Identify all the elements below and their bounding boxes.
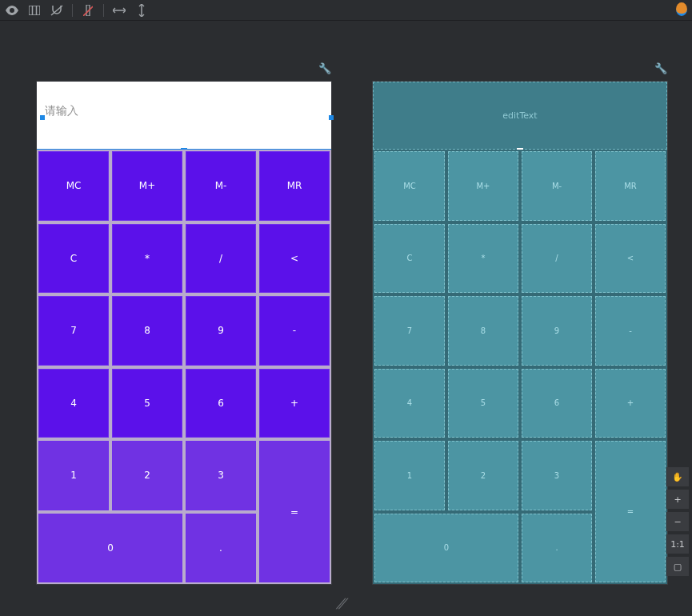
button-3[interactable]: 3 xyxy=(186,441,256,510)
bp-button-plus[interactable]: + xyxy=(595,369,666,438)
blueprint-surface: 🔧 editText MC M+ M- MR C * / < 7 8 9 - 4… xyxy=(372,81,668,585)
toolbar-separator-1 xyxy=(72,4,73,17)
eye-icon[interactable] xyxy=(5,3,19,18)
bp-button-0[interactable]: 0 xyxy=(374,514,518,583)
button-1[interactable]: 1 xyxy=(38,441,109,510)
blueprint-edit-text[interactable]: editText xyxy=(373,82,667,150)
button-6[interactable]: 6 xyxy=(186,369,256,438)
warnings-indicator-icon[interactable] xyxy=(676,2,687,16)
bp-button-div[interactable]: / xyxy=(522,224,592,294)
svg-rect-0 xyxy=(29,6,40,15)
bp-button-3[interactable]: 3 xyxy=(522,441,592,510)
design-surface: 🔧 请输入 MC M+ M- MR C * / < 7 8 9 - 4 5 6 … xyxy=(36,81,332,585)
button-4[interactable]: 4 xyxy=(38,369,109,438)
no-magnet-icon[interactable] xyxy=(50,3,64,18)
layout-columns-icon[interactable] xyxy=(27,3,42,18)
selection-handle-left[interactable] xyxy=(40,115,45,120)
svg-line-5 xyxy=(83,6,93,16)
zoom-fit-button[interactable]: ▢ xyxy=(666,557,689,576)
bp-button-dot[interactable]: . xyxy=(522,514,592,583)
calculator-grid: MC M+ M- MR C * / < 7 8 9 - 4 5 6 + 1 2 … xyxy=(37,150,331,584)
bp-button-4[interactable]: 4 xyxy=(374,369,445,438)
ide-toolbar xyxy=(0,0,692,21)
button-8[interactable]: 8 xyxy=(112,296,182,366)
button-mminus[interactable]: M- xyxy=(186,151,256,221)
panel-resize-handle-icon[interactable]: ⁄⁄ xyxy=(338,595,343,612)
bp-button-7[interactable]: 7 xyxy=(374,296,445,366)
button-0[interactable]: 0 xyxy=(38,514,182,583)
button-c[interactable]: C xyxy=(38,224,109,294)
button-equals[interactable]: = xyxy=(259,441,330,582)
toolbar-separator-2 xyxy=(103,4,104,17)
button-mplus[interactable]: M+ xyxy=(112,151,182,221)
bp-button-6[interactable]: 6 xyxy=(522,369,592,438)
button-dot[interactable]: . xyxy=(186,514,256,583)
bp-button-mult[interactable]: * xyxy=(448,224,518,294)
bp-button-mc[interactable]: MC xyxy=(374,151,445,221)
button-plus[interactable]: + xyxy=(259,369,330,438)
wrench-icon[interactable]: 🔧 xyxy=(318,62,331,74)
button-minus[interactable]: - xyxy=(259,296,330,366)
zoom-in-button[interactable]: + xyxy=(666,490,689,509)
button-mr[interactable]: MR xyxy=(259,151,330,221)
layout-editor-canvas: 🔧 请输入 MC M+ M- MR C * / < 7 8 9 - 4 5 6 … xyxy=(0,21,692,616)
pan-button[interactable]: ✋ xyxy=(666,467,689,486)
button-back[interactable]: < xyxy=(259,224,330,294)
bp-button-mplus[interactable]: M+ xyxy=(448,151,518,221)
button-mc[interactable]: MC xyxy=(38,151,109,221)
zoom-out-button[interactable]: − xyxy=(666,512,689,531)
bp-button-5[interactable]: 5 xyxy=(448,369,518,438)
button-9[interactable]: 9 xyxy=(186,296,256,366)
bp-button-mminus[interactable]: M- xyxy=(522,151,592,221)
bp-button-minus[interactable]: - xyxy=(595,296,666,366)
zoom-tool-strip: ✋ + − 1:1 ▢ xyxy=(666,467,689,576)
bp-button-9[interactable]: 9 xyxy=(522,296,592,366)
bp-button-2[interactable]: 2 xyxy=(448,441,518,510)
bp-button-mr[interactable]: MR xyxy=(595,151,666,221)
edit-text-hint: 请输入 xyxy=(45,104,78,118)
bp-button-equals[interactable]: = xyxy=(595,441,666,582)
button-7[interactable]: 7 xyxy=(38,296,109,366)
button-2[interactable]: 2 xyxy=(112,441,182,510)
wrench-icon[interactable]: 🔧 xyxy=(654,62,667,74)
blueprint-edit-text-hint: editText xyxy=(502,110,537,121)
button-5[interactable]: 5 xyxy=(112,369,182,438)
bp-button-back[interactable]: < xyxy=(595,224,666,294)
button-mult[interactable]: * xyxy=(112,224,182,294)
bp-button-1[interactable]: 1 xyxy=(374,441,445,510)
edit-text[interactable]: 请输入 xyxy=(37,82,331,150)
selection-handle-right[interactable] xyxy=(329,115,334,120)
button-div[interactable]: / xyxy=(186,224,256,294)
blueprint-grid: MC M+ M- MR C * / < 7 8 9 - 4 5 6 + 1 2 … xyxy=(373,150,667,584)
clear-constraints-icon[interactable] xyxy=(81,3,95,18)
expand-horiz-icon[interactable] xyxy=(112,3,126,18)
expand-vert-icon[interactable] xyxy=(134,3,149,18)
bp-button-c[interactable]: C xyxy=(374,224,445,294)
bp-button-8[interactable]: 8 xyxy=(448,296,518,366)
zoom-oneone-button[interactable]: 1:1 xyxy=(666,534,689,554)
